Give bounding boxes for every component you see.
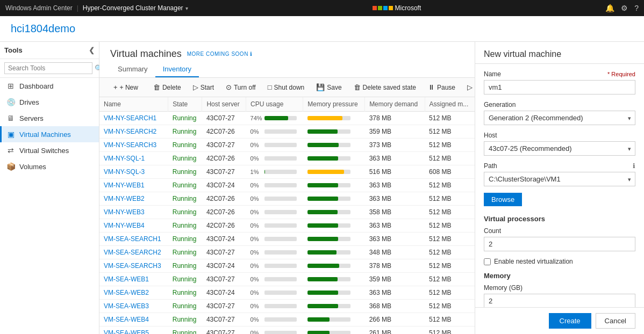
vm-name-link[interactable]: VM-NY-SQL-1 [104, 155, 145, 162]
notification-icon[interactable]: 🔔 [605, 4, 614, 12]
table-row[interactable]: VM-SEA-WEB4Running43C07-27 0% 266 MB512 … [99, 313, 475, 326]
name-input[interactable] [484, 80, 635, 95]
table-row[interactable]: VM-SEA-WEB1Running43C07-27 0% 359 MB512 … [99, 273, 475, 286]
sidebar: Tools ❮ 🔍 ⊞ Dashboard💿 Drives🖥 Servers▣ … [0, 42, 99, 334]
delete-saved-button[interactable]: 🗑 Delete saved state [348, 81, 421, 93]
col-header-3[interactable]: CPU usage [246, 97, 303, 112]
nested-virt-checkbox[interactable] [484, 258, 491, 265]
table-row[interactable]: VM-NY-SEARCH2Running42C07-26 0% 359 MB51… [99, 125, 475, 139]
vm-state: Running [168, 152, 202, 165]
col-header-1[interactable]: State [168, 97, 202, 112]
generation-select[interactable]: Generation 2 (Recommended)Generation 1 [484, 111, 635, 125]
vm-name-link[interactable]: VM-NY-SEARCH1 [104, 114, 156, 122]
table-row[interactable]: VM-NY-WEB4Running42C07-26 0% 363 MB512 M… [99, 219, 475, 233]
ms-label: Microsoft [395, 4, 421, 12]
help-icon[interactable]: ? [634, 4, 639, 12]
right-panel-title: New virtual machine [484, 49, 561, 59]
sidebar-item-volumes[interactable]: 📦 Volumes [0, 158, 99, 175]
memory-input[interactable] [484, 294, 635, 307]
col-header-5[interactable]: Memory demand [365, 97, 425, 112]
vm-name-link[interactable]: VM-NY-WEB4 [104, 222, 145, 229]
turnoff-icon: ⊙ [226, 83, 232, 91]
table-row[interactable]: VM-SEA-WEB3Running43C07-27 0% 368 MB512 … [99, 300, 475, 313]
vm-name-link[interactable]: VM-SEA-WEB1 [104, 275, 149, 283]
table-row[interactable]: VM-NY-SQL-1Running42C07-26 0% 363 MB512 … [99, 152, 475, 165]
sidebar-item-servers[interactable]: 🖥 Servers [0, 110, 99, 126]
vm-cpu: 0% [246, 139, 303, 152]
host-select[interactable]: 43c07-25 (Recommended)43c07-2443c07-2643… [484, 141, 635, 156]
resume-button[interactable]: ▷ Resume [462, 81, 475, 93]
vm-state: Running [168, 219, 202, 233]
table-row[interactable]: VM-NY-SEARCH1Running43C07-27 74% 378 MB5… [99, 112, 475, 125]
col-header-4[interactable]: Memory pressure [303, 97, 365, 112]
table-row[interactable]: VM-SEA-WEB5Running43C07-27 0% 261 MB512 … [99, 326, 475, 335]
sidebar-item-drives[interactable]: 💿 Drives [0, 94, 99, 110]
new-button[interactable]: + + New [108, 81, 144, 93]
pause-button[interactable]: ⏸ Pause [423, 81, 461, 93]
table-row[interactable]: VM-SEA-SEARCH2Running43C07-27 0% 348 MB5… [99, 246, 475, 259]
vm-name-link[interactable]: VM-NY-WEB1 [104, 181, 145, 189]
shutdown-button[interactable]: □ Shut down [262, 81, 310, 93]
create-button[interactable]: Create [549, 313, 591, 329]
sidebar-item-label-volumes: Volumes [19, 163, 46, 171]
vm-host: 43C07-27 [202, 326, 246, 335]
vm-name-link[interactable]: VM-SEA-WEB2 [104, 289, 149, 296]
sidebar-collapse-btn[interactable]: ❮ [89, 46, 95, 54]
vm-name-link[interactable]: VM-SEA-SEARCH3 [104, 262, 161, 270]
save-button[interactable]: 💾 Save [311, 81, 347, 93]
vm-mem-demand: 363 MB [365, 286, 425, 300]
vm-name-link[interactable]: VM-NY-SQL-3 [104, 168, 145, 176]
vm-name-link[interactable]: VM-SEA-WEB5 [104, 329, 149, 334]
col-header-6[interactable]: Assigned m... [425, 97, 475, 112]
pause-icon: ⏸ [428, 83, 435, 91]
table-row[interactable]: VM-SEA-SEARCH1Running43C07-24 0% 363 MB5… [99, 233, 475, 246]
search-tools-input[interactable] [4, 62, 92, 74]
tab-summary[interactable]: Summary [110, 62, 155, 77]
table-row[interactable]: VM-SEA-WEB2Running43C07-24 0% 363 MB512 … [99, 286, 475, 300]
sidebar-item-virtual-machines[interactable]: ▣ Virtual Machines [0, 126, 99, 142]
table-row[interactable]: VM-NY-WEB1Running43C07-24 0% 363 MB512 M… [99, 179, 475, 192]
vm-name-link[interactable]: VM-NY-SEARCH3 [104, 141, 156, 149]
start-button[interactable]: ▷ Start [188, 81, 219, 93]
path-info-icon[interactable]: ℹ [633, 162, 635, 170]
vm-host: 43C07-27 [202, 139, 246, 152]
turnoff-button[interactable]: ⊙ Turn off [220, 81, 261, 93]
table-row[interactable]: VM-NY-WEB3Running42C07-26 0% 358 MB512 M… [99, 206, 475, 219]
path-select[interactable]: C:\ClusterStorage\VM1 [484, 172, 635, 186]
name-label-row: Name * Required [484, 70, 635, 78]
vm-name-link[interactable]: VM-SEA-WEB3 [104, 302, 149, 310]
vm-host: 42C07-26 [202, 152, 246, 165]
vm-name-link[interactable]: VM-SEA-SEARCH2 [104, 249, 161, 256]
vm-name-link[interactable]: VM-SEA-SEARCH1 [104, 235, 161, 243]
vm-mem-pressure [303, 165, 365, 179]
browse-button[interactable]: Browse [484, 193, 522, 206]
sidebar-item-virtual-switches[interactable]: ⇄ Virtual Switches [0, 142, 99, 158]
vm-name-link[interactable]: VM-NY-WEB3 [104, 208, 145, 216]
cancel-button[interactable]: Cancel [596, 313, 635, 329]
content-title-row: Virtual machines MORE COMING SOON ℹ [110, 48, 464, 60]
sidebar-header: Tools ❮ [0, 42, 99, 59]
vproc-count-input[interactable] [484, 237, 635, 251]
col-header-2[interactable]: Host server [202, 97, 246, 112]
vm-mem-demand: 373 MB [365, 139, 425, 152]
delete-button[interactable]: 🗑 Delete [148, 81, 187, 93]
table-container[interactable]: NameStateHost serverCPU usageMemory pres… [99, 97, 475, 334]
vm-cpu: 0% [246, 273, 303, 286]
vproc-section-title: Virtual processors [484, 215, 635, 223]
settings-icon[interactable]: ⚙ [621, 4, 628, 12]
dashboard-icon: ⊞ [6, 82, 15, 90]
vm-name-link[interactable]: VM-NY-SEARCH2 [104, 128, 156, 135]
vm-name-link[interactable]: VM-SEA-WEB4 [104, 316, 149, 323]
vm-name-link[interactable]: VM-NY-WEB2 [104, 195, 145, 202]
col-header-0[interactable]: Name [99, 97, 168, 112]
table-row[interactable]: VM-NY-SEARCH3Running43C07-27 0% 373 MB51… [99, 139, 475, 152]
tab-inventory[interactable]: Inventory [155, 62, 199, 77]
table-row[interactable]: VM-SEA-SEARCH3Running43C07-24 0% 378 MB5… [99, 259, 475, 273]
sidebar-item-dashboard[interactable]: ⊞ Dashboard [0, 78, 99, 94]
right-panel-scroll[interactable]: Name * Required Generation Generation 2 … [475, 64, 644, 307]
vm-assigned: 512 MB [425, 259, 475, 273]
table-row[interactable]: VM-NY-WEB2Running42C07-26 0% 363 MB512 M… [99, 192, 475, 206]
virtual-switches-icon: ⇄ [6, 146, 15, 155]
table-row[interactable]: VM-NY-SQL-3Running43C07-27 1% 516 MB608 … [99, 165, 475, 179]
vm-host: 42C07-26 [202, 219, 246, 233]
